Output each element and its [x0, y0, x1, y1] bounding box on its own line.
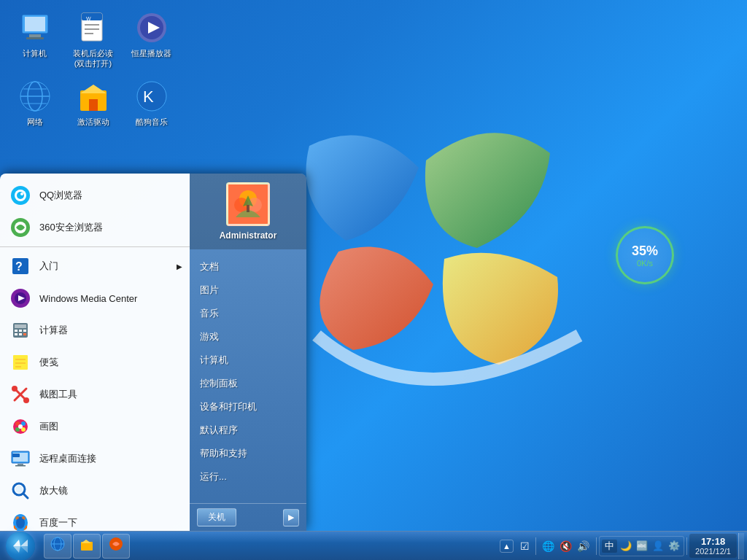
speed-percent: 35%: [632, 244, 658, 259]
tray-gear-icon[interactable]: ⚙️: [667, 539, 681, 553]
start-button[interactable]: [0, 532, 41, 561]
tray-separator-clock: [686, 537, 687, 555]
start-item-baidu[interactable]: 百度一下: [0, 507, 190, 531]
taskbar-ie-icon: [50, 537, 65, 555]
qq-browser-label: QQ浏览器: [39, 189, 82, 202]
svg-rect-37: [23, 330, 26, 332]
remote-desktop-label: 远程桌面连接: [39, 452, 96, 465]
speed-unit: 0K/s: [637, 259, 653, 268]
post-install-label: 装机后必读(双击打开): [69, 48, 117, 69]
user-avatar[interactable]: [226, 182, 270, 226]
magnifier-label: 放大镜: [39, 484, 68, 497]
getting-started-label: 入门: [39, 260, 58, 273]
desktop-icon-network[interactable]: 网络: [7, 76, 62, 130]
start-item-getting-started[interactable]: ? 入门 ▶: [0, 250, 190, 282]
getting-started-arrow: ▶: [177, 262, 182, 271]
desktop-icon-post-install[interactable]: W 装机后必读(双击打开): [66, 7, 120, 72]
computer-icon: [18, 10, 53, 45]
right-item-pictures[interactable]: 图片: [190, 279, 306, 302]
svg-rect-41: [13, 355, 28, 370]
start-item-sticky-notes[interactable]: 便笺: [0, 346, 190, 378]
tray-moon-icon[interactable]: 🔇: [558, 539, 573, 553]
svg-text:?: ?: [15, 260, 23, 273]
tray-network-icon[interactable]: 🌐: [541, 539, 556, 553]
right-item-devices[interactable]: 设备和打印机: [190, 395, 306, 419]
snip-tool-icon: [9, 383, 32, 406]
show-desktop-button[interactable]: [738, 533, 744, 559]
shutdown-button[interactable]: 关机: [197, 508, 236, 526]
taskbar-items: [41, 534, 497, 559]
media-player-label: 恒星播放器: [131, 48, 171, 58]
desktop-icon-driver[interactable]: 激活驱动: [66, 76, 120, 130]
desktop-icons-container: 计算机 W 装机后必读(双击打开): [7, 7, 179, 130]
desktop-icon-music[interactable]: K 酷狗音乐: [124, 76, 179, 130]
speed-widget: 35% 0K/s: [616, 226, 674, 284]
taskbar-item-ie[interactable]: [44, 534, 71, 559]
taskbar: ▲ ☑ 🌐 🔇 🔊 中 🌙 🔤 👤 ⚙️ 17:18 2021/12/1: [0, 531, 747, 560]
lang-indicator[interactable]: 中: [602, 540, 617, 553]
desktop-icon-media-player[interactable]: 恒星播放器: [124, 7, 179, 72]
notify-expand[interactable]: ▲: [500, 540, 514, 553]
taskbar-item-explorer[interactable]: [73, 534, 101, 559]
svg-line-62: [23, 494, 28, 498]
media-center-label: Windows Media Center: [39, 293, 137, 304]
start-item-snip-tool[interactable]: 截图工具: [0, 378, 190, 411]
driver-label: 激活驱动: [77, 117, 109, 127]
start-item-calculator[interactable]: 计算器: [0, 314, 190, 346]
tray-text-icon[interactable]: 🔤: [635, 539, 649, 553]
network-icon: [18, 79, 53, 114]
calculator-icon: [9, 319, 32, 342]
tray-icons: ☑ 🌐 🔇 🔊: [516, 537, 594, 555]
tray-user-icon[interactable]: 👤: [651, 539, 665, 553]
system-tray: ▲ ☑ 🌐 🔇 🔊 中 🌙 🔤 👤 ⚙️ 17:18 2021/12/1: [497, 532, 747, 561]
sticky-notes-icon: [9, 351, 32, 374]
sticky-notes-label: 便笺: [39, 356, 58, 369]
start-item-remote-desktop[interactable]: 远程桌面连接: [0, 443, 190, 475]
start-item-360-browser[interactable]: 360安全浏览器: [0, 211, 190, 244]
driver-icon: [76, 79, 111, 114]
ie-360-icon: [9, 216, 32, 239]
start-item-paint[interactable]: 画图: [0, 411, 190, 443]
shutdown-bar: 关机 ▶: [190, 503, 306, 531]
clock-time: 17:18: [695, 536, 731, 547]
right-item-games[interactable]: 游戏: [190, 325, 306, 349]
right-item-defaults[interactable]: 默认程序: [190, 419, 306, 442]
tray-checkbox-icon[interactable]: ☑: [519, 539, 531, 553]
clock[interactable]: 17:18 2021/12/1: [689, 534, 737, 558]
user-section: Administrator: [190, 174, 306, 249]
tray-moon2-icon[interactable]: 🌙: [619, 539, 633, 553]
start-orb: [6, 532, 35, 561]
desktop-icon-computer[interactable]: 计算机: [7, 7, 62, 72]
svg-point-61: [15, 486, 23, 493]
right-item-documents[interactable]: 文档: [190, 255, 306, 279]
right-item-computer[interactable]: 计算机: [190, 349, 306, 372]
start-menu-right-items: 文档 图片 音乐 游戏 计算机 控制面板 设备和打印机 默认程序 帮助和支持 运…: [190, 249, 306, 503]
svg-point-54: [18, 424, 23, 429]
start-menu-items: QQ浏览器 360安全浏览器: [0, 174, 190, 531]
computer-label: 计算机: [23, 48, 47, 58]
music-label: 酷狗音乐: [136, 117, 168, 127]
shutdown-arrow[interactable]: ▶: [283, 509, 299, 526]
start-item-media-center[interactable]: Windows Media Center: [0, 282, 190, 314]
taskbar-item-ie2[interactable]: [102, 534, 130, 559]
start-menu-right: Administrator 文档 图片 音乐 游戏 计算机 控制面板 设备和打印…: [190, 174, 306, 531]
right-item-help[interactable]: 帮助和支持: [190, 442, 306, 465]
svg-rect-36: [19, 330, 22, 332]
windows-logo: [273, 58, 601, 423]
svg-rect-57: [18, 464, 23, 465]
right-item-music[interactable]: 音乐: [190, 302, 306, 325]
svg-rect-5: [82, 13, 102, 20]
baidu-icon: [9, 511, 32, 531]
media-center-icon: [9, 287, 32, 310]
music-icon: K: [134, 79, 169, 114]
svg-rect-1: [25, 17, 45, 31]
start-item-qq-browser[interactable]: QQ浏览器: [0, 179, 190, 211]
svg-rect-2: [29, 34, 41, 37]
clock-date: 2021/12/1: [695, 547, 731, 556]
right-item-run[interactable]: 运行...: [190, 465, 306, 489]
right-item-control-panel[interactable]: 控制面板: [190, 372, 306, 395]
media-player-icon: [134, 10, 169, 45]
svg-rect-58: [15, 465, 26, 467]
start-item-magnifier[interactable]: 放大镜: [0, 475, 190, 507]
tray-volume-icon[interactable]: 🔊: [576, 539, 591, 553]
